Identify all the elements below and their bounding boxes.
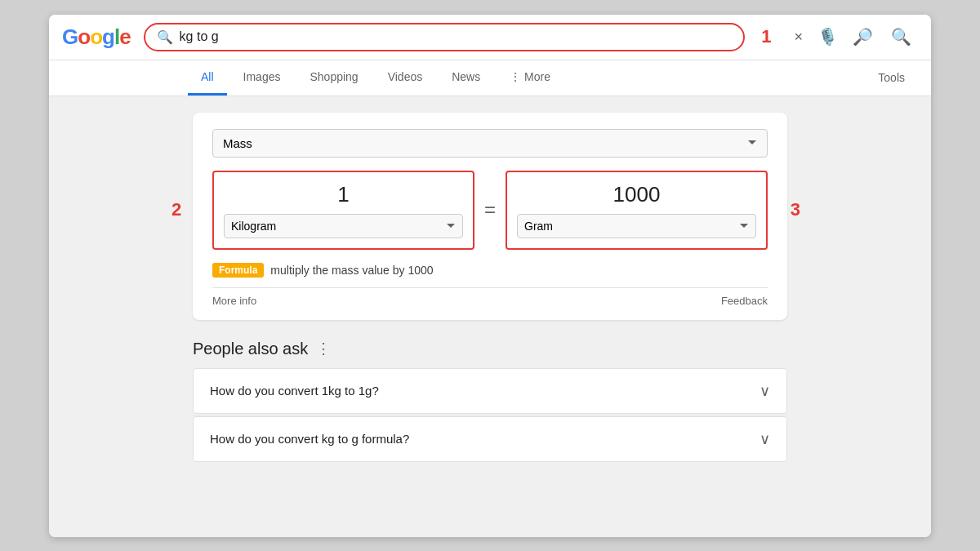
formula-badge: Formula bbox=[212, 263, 264, 278]
search-button[interactable]: 🔍 bbox=[884, 24, 918, 50]
formula-row: Formula multiply the mass value by 1000 bbox=[212, 263, 768, 278]
mic-icon: 🎙️ bbox=[817, 27, 838, 47]
browser-window: G o o g l e 🔍 kg to g 1 × 🎙️ 🔎 🔍 bbox=[49, 15, 931, 537]
results-container: Mass 2 1 Kilogram = 1000 Gram bbox=[180, 113, 800, 462]
paa-header: People also ask ⋮ bbox=[193, 340, 787, 358]
lens-icon: 🔎 bbox=[853, 27, 873, 47]
converter-card: Mass 2 1 Kilogram = 1000 Gram bbox=[193, 113, 787, 320]
paa-title: People also ask bbox=[193, 340, 308, 358]
tab-images-label: Images bbox=[243, 70, 281, 83]
nav-tabs: All Images Shopping Videos News ⋮ More T… bbox=[49, 60, 931, 96]
clear-icon: × bbox=[794, 29, 803, 46]
paa-section: People also ask ⋮ How do you convert 1kg… bbox=[193, 340, 787, 462]
google-logo: G o o g l e bbox=[62, 24, 131, 50]
tab-videos-label: Videos bbox=[388, 70, 423, 83]
lens-button[interactable]: 🔎 bbox=[849, 24, 876, 50]
tab-more-label: ⋮ More bbox=[510, 70, 550, 83]
tab-all[interactable]: All bbox=[188, 60, 227, 96]
feedback-link[interactable]: Feedback bbox=[721, 295, 768, 307]
logo-e: e bbox=[119, 24, 130, 50]
tab-images[interactable]: Images bbox=[230, 60, 294, 96]
chevron-down-icon-1: ∨ bbox=[760, 382, 770, 400]
logo-g2: g bbox=[102, 24, 114, 50]
unit-type-select[interactable]: Mass bbox=[212, 129, 768, 158]
logo-g: G bbox=[62, 24, 78, 50]
paa-options-icon[interactable]: ⋮ bbox=[316, 340, 331, 358]
tab-videos[interactable]: Videos bbox=[375, 60, 436, 96]
annotation-label-1: 1 bbox=[761, 26, 771, 47]
to-converter-box: 1000 Gram bbox=[506, 171, 768, 250]
logo-o1: o bbox=[78, 24, 90, 50]
tab-news[interactable]: News bbox=[439, 60, 493, 96]
tools-button[interactable]: Tools bbox=[865, 61, 918, 94]
search-input[interactable]: kg to g bbox=[180, 29, 733, 44]
header: G o o g l e 🔍 kg to g 1 × 🎙️ 🔎 🔍 bbox=[49, 15, 931, 60]
annotation-label-3: 3 bbox=[791, 199, 800, 220]
search-actions: × 🎙️ 🔎 🔍 bbox=[791, 24, 918, 50]
chevron-down-icon-2: ∨ bbox=[760, 430, 770, 448]
equals-sign: = bbox=[484, 198, 496, 221]
voice-search-button[interactable]: 🎙️ bbox=[814, 24, 841, 50]
search-submit-icon: 🔍 bbox=[891, 27, 911, 47]
paa-item-1[interactable]: How do you convert 1kg to 1g? ∨ bbox=[193, 368, 787, 414]
tab-news-label: News bbox=[452, 70, 480, 83]
from-converter-box: 1 Kilogram bbox=[212, 171, 474, 250]
tab-shopping[interactable]: Shopping bbox=[296, 60, 371, 96]
to-value: 1000 bbox=[517, 182, 756, 207]
paa-item-2[interactable]: How do you convert kg to g formula? ∨ bbox=[193, 416, 787, 462]
tab-more[interactable]: ⋮ More bbox=[497, 60, 564, 96]
search-bar[interactable]: 🔍 kg to g bbox=[144, 23, 746, 51]
main-content: Mass 2 1 Kilogram = 1000 Gram bbox=[49, 96, 931, 537]
search-icon-left: 🔍 bbox=[157, 29, 173, 45]
more-info-link[interactable]: More info bbox=[212, 295, 256, 307]
formula-text: multiply the mass value by 1000 bbox=[270, 264, 433, 277]
paa-question-1: How do you convert 1kg to 1g? bbox=[210, 384, 379, 398]
to-unit-select[interactable]: Gram bbox=[517, 214, 756, 238]
from-unit-select[interactable]: Kilogram bbox=[224, 214, 463, 238]
card-footer: More info Feedback bbox=[212, 287, 768, 307]
annotation-label-2: 2 bbox=[172, 199, 181, 220]
from-value: 1 bbox=[224, 182, 463, 207]
tab-shopping-label: Shopping bbox=[310, 70, 358, 83]
clear-button[interactable]: × bbox=[791, 25, 806, 49]
paa-question-2: How do you convert kg to g formula? bbox=[210, 432, 409, 446]
logo-o2: o bbox=[90, 24, 102, 50]
tab-all-label: All bbox=[201, 70, 214, 83]
converter-row: 2 1 Kilogram = 1000 Gram 3 bbox=[212, 171, 768, 250]
